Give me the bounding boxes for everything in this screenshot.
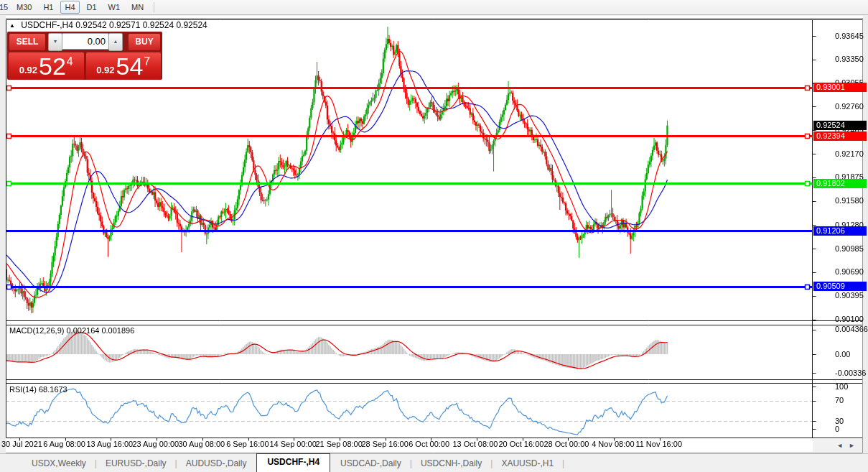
price-axis-label: 0.93645 xyxy=(835,32,864,40)
tab-divider: | xyxy=(562,458,564,472)
tab-usdx-weekly[interactable]: USDX,Weekly xyxy=(23,455,95,472)
date-axis-label: 28 Sep 16:00 xyxy=(361,440,408,448)
price-axis-label: 0.91580 xyxy=(835,196,864,205)
chart-ohlc-values: 0.92542 0.92571 0.92524 0.92524 xyxy=(75,20,207,30)
date-axis-label: 21 Sep 08:00 xyxy=(315,440,362,448)
macd-label: MACD(12,26,9) xyxy=(9,326,64,335)
price-line-badge: 0.91802 xyxy=(813,179,867,188)
date-axis-label: 14 Sep 00:00 xyxy=(269,440,316,448)
tab-xauusd-h1[interactable]: XAUUSD-,H1 xyxy=(493,455,562,472)
tab-usdchf-h4[interactable]: USDCHF-,H4 xyxy=(256,453,330,472)
tab-usdcnh-daily[interactable]: USDCNH-,Daily xyxy=(412,455,490,472)
volume-decrease-button[interactable]: ▼ xyxy=(48,33,62,51)
buy-price-tile[interactable]: 0.92 54 7 xyxy=(86,52,162,80)
price-axis-label: 0.92170 xyxy=(835,149,864,158)
timeframe-button-mn[interactable]: MN xyxy=(127,1,148,14)
rsi-axis-label: 100 xyxy=(835,382,848,391)
date-axis-label: 13 Aug 16:00 xyxy=(86,440,133,448)
timeframe-button-d1[interactable]: D1 xyxy=(83,1,101,14)
price-line-badge: 0.90509 xyxy=(813,282,867,291)
timeframe-toolbar: 15 M30 H1 H4 D1 W1 MN xyxy=(0,0,868,15)
scroll-right-icon[interactable]: ► xyxy=(849,442,855,449)
timeframe-button-h1[interactable]: H1 xyxy=(39,1,57,14)
price-axis-label: 0.90395 xyxy=(835,291,864,300)
macd-axis-label: 0.00 xyxy=(835,350,850,358)
date-axis-label: 6 Aug 08:00 xyxy=(43,440,85,448)
price-line-badge: 0.92394 xyxy=(813,131,867,141)
tab-usdcad-daily[interactable]: USDCAD-,Daily xyxy=(332,455,410,472)
date-axis-label: 6 Oct 00:00 xyxy=(409,440,449,448)
timeframe-button-m30[interactable]: M30 xyxy=(12,1,36,14)
volume-input[interactable] xyxy=(62,33,108,50)
chart-canvas[interactable] xyxy=(6,16,863,453)
chart-symbol: USDCHF-,H4 xyxy=(21,20,73,30)
rsi-axis-label: 0 xyxy=(835,425,839,433)
price-axis-label: 0.93350 xyxy=(835,55,864,63)
date-axis-label: 23 Aug 00:00 xyxy=(132,440,179,448)
date-axis-label: 11 Nov 16:00 xyxy=(635,440,682,448)
collapse-triangle-icon: ▲ xyxy=(9,22,15,29)
timeframe-button-w1[interactable]: W1 xyxy=(104,1,125,14)
chart-scroll-corner: ◄ ► xyxy=(813,439,862,452)
rsi-pane-label: RSI(14) 68.1673 xyxy=(9,385,67,394)
timeframe-button-h4[interactable]: H4 xyxy=(60,1,79,14)
price-line-badge: 0.91206 xyxy=(813,226,867,236)
price-axis-label: 0.92760 xyxy=(835,102,864,111)
chart-title: ▲ USDCHF-,H4 0.92542 0.92571 0.92524 0.9… xyxy=(9,20,207,30)
date-axis-label: 20 Oct 16:00 xyxy=(498,440,543,448)
price-axis-label: 0.90690 xyxy=(835,267,864,276)
date-axis-label: 28 Oct 00:00 xyxy=(543,440,589,448)
timeframe-button-m15[interactable]: 15 xyxy=(0,1,9,14)
scroll-left-icon[interactable]: ◄ xyxy=(836,442,843,449)
rsi-value: 68.1673 xyxy=(39,385,67,394)
tab-eurusd-daily[interactable]: EURUSD-,Daily xyxy=(97,455,175,472)
spinner-up-icon: ▲ xyxy=(113,39,118,44)
sell-price-big: 52 xyxy=(39,54,66,78)
toolbar-divider xyxy=(154,2,154,12)
macd-axis-label: -0.00336 xyxy=(835,369,866,377)
current-price-badge: 0.92524 xyxy=(813,121,867,130)
macd-axis-label: 0.004366 xyxy=(835,325,868,333)
sell-price-pip: 4 xyxy=(67,55,73,68)
sell-price-tile[interactable]: 0.92 52 4 xyxy=(9,52,84,80)
date-axis-label: 4 Nov 08:00 xyxy=(592,440,634,448)
sell-price-prefix: 0.92 xyxy=(19,65,37,75)
price-axis-label: 0.90985 xyxy=(835,244,864,253)
date-axis-label: 13 Oct 08:00 xyxy=(452,440,498,448)
price-axis-label: 0.90100 xyxy=(835,315,864,323)
macd-values: 0.002164 0.001896 xyxy=(66,326,134,335)
buy-button[interactable]: BUY xyxy=(128,33,161,51)
buy-price-pip: 7 xyxy=(144,55,150,68)
chart-tab-bar: USDX,Weekly | EURUSD-,Daily | AUDUSD-,Da… xyxy=(0,453,868,472)
macd-pane-label: MACD(12,26,9) 0.002164 0.001896 xyxy=(9,326,134,335)
tab-audusd-daily[interactable]: AUDUSD-,Daily xyxy=(177,455,256,472)
one-click-trade-panel: SELL ▼ ▲ BUY 0.92 52 4 0.92 54 7 xyxy=(7,32,162,80)
date-axis-label: 6 Sep 16:00 xyxy=(226,440,269,448)
buy-price-prefix: 0.92 xyxy=(96,65,114,75)
date-axis-label: 30 Aug 08:00 xyxy=(178,440,225,448)
rsi-label: RSI(14) xyxy=(9,385,37,394)
buy-price-big: 54 xyxy=(116,54,144,78)
spinner-down-icon: ▼ xyxy=(53,39,58,44)
price-line-badge: 0.93001 xyxy=(813,83,867,92)
sell-button[interactable]: SELL xyxy=(9,33,46,51)
rsi-axis-label: 70 xyxy=(835,396,844,404)
date-axis-label: 30 Jul 2021 xyxy=(1,440,42,448)
volume-increase-button[interactable]: ▲ xyxy=(108,33,123,51)
